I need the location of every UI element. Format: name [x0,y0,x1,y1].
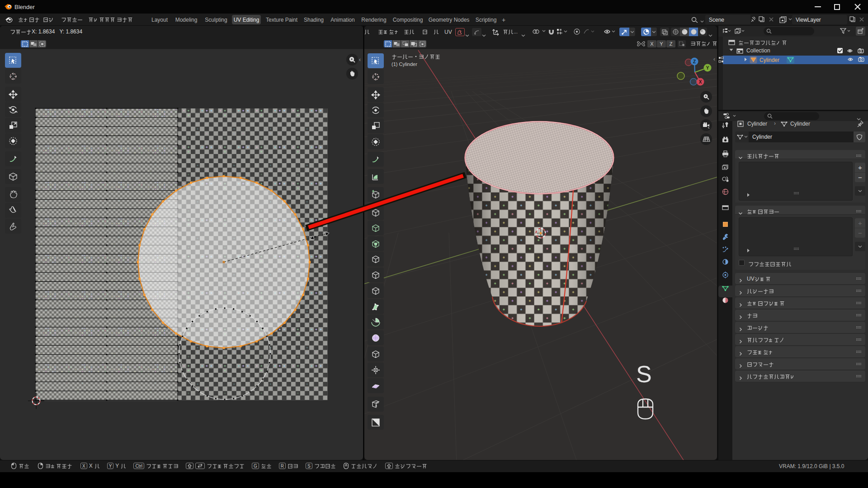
svg-text:X: X [699,80,702,84]
svg-text:Z: Z [693,59,696,64]
svg-text:Y: Y [706,66,709,70]
